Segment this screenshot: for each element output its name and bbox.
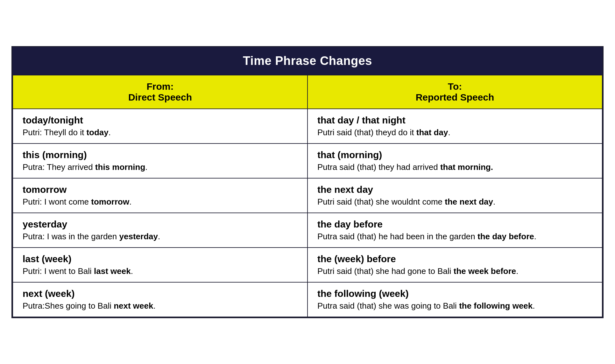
header-col2-line2: Reported Speech [416, 92, 494, 102]
cell-from-3: yesterdayPutra: I was in the garden yest… [13, 213, 308, 248]
cell-to-4: the (week) beforePutri said (that) she h… [308, 248, 602, 282]
table-row: next (week)Putra:Shes going to Bali next… [13, 282, 602, 317]
to-title-2: the next day [317, 184, 592, 195]
to-example-1: Putra said (that) they had arrived that … [317, 162, 493, 172]
cell-to-2: the next dayPutri said (that) she wouldn… [308, 178, 602, 213]
table-row: yesterdayPutra: I was in the garden yest… [13, 213, 602, 248]
to-title-4: the (week) before [317, 254, 592, 264]
table-row: tomorrowPutri: I wont come tomorrow.the … [13, 178, 602, 213]
table-row: this (morning)Putra: They arrived this m… [13, 144, 602, 178]
cell-from-4: last (week)Putri: I went to Bali last we… [13, 248, 308, 282]
to-title-3: the day before [317, 219, 592, 230]
header-col1-line2: Direct Speech [128, 92, 192, 102]
from-example-0: Putri: Theyll do it today. [23, 128, 111, 137]
from-title-3: yesterday [23, 219, 298, 230]
cell-to-3: the day beforePutra said (that) he had b… [308, 213, 602, 248]
table-body: today/tonightPutri: Theyll do it today.t… [13, 109, 602, 317]
main-container: Time Phrase Changes From: Direct Speech … [11, 46, 604, 318]
header-col2-line1: To: [448, 81, 462, 92]
from-title-1: this (morning) [23, 150, 298, 160]
table-row: last (week)Putri: I went to Bali last we… [13, 248, 602, 282]
from-example-2: Putri: I wont come tomorrow. [23, 197, 131, 206]
to-title-1: that (morning) [317, 150, 592, 160]
header-col2: To: Reported Speech [308, 75, 602, 109]
header-col1-line1: From: [147, 81, 174, 92]
from-example-5: Putra:Shes going to Bali next week. [23, 301, 156, 311]
cell-from-5: next (week)Putra:Shes going to Bali next… [13, 282, 308, 317]
to-example-5: Putra said (that) she was going to Bali … [317, 301, 535, 311]
to-title-5: the following (week) [317, 288, 592, 299]
header-col1: From: Direct Speech [13, 75, 308, 109]
cell-from-2: tomorrowPutri: I wont come tomorrow. [13, 178, 308, 213]
cell-to-5: the following (week)Putra said (that) sh… [308, 282, 602, 317]
page-title: Time Phrase Changes [12, 47, 603, 75]
from-example-3: Putra: I was in the garden yesterday. [23, 232, 160, 241]
from-example-4: Putri: I went to Bali last week. [23, 266, 133, 276]
from-example-1: Putra: They arrived this morning. [23, 162, 148, 172]
table-header-row: From: Direct Speech To: Reported Speech [13, 75, 602, 109]
from-title-0: today/tonight [23, 115, 298, 126]
to-example-0: Putri said (that) theyd do it that day. [317, 128, 450, 137]
from-title-2: tomorrow [23, 184, 298, 195]
phrase-table: From: Direct Speech To: Reported Speech … [12, 75, 603, 317]
to-title-0: that day / that night [317, 115, 592, 126]
cell-to-0: that day / that nightPutri said (that) t… [308, 109, 602, 144]
to-example-3: Putra said (that) he had been in the gar… [317, 232, 536, 241]
table-row: today/tonightPutri: Theyll do it today.t… [13, 109, 602, 144]
to-example-2: Putri said (that) she wouldnt come the n… [317, 197, 495, 206]
cell-to-1: that (morning)Putra said (that) they had… [308, 144, 602, 178]
from-title-5: next (week) [23, 288, 298, 299]
to-example-4: Putri said (that) she had gone to Bali t… [317, 266, 519, 276]
cell-from-1: this (morning)Putra: They arrived this m… [13, 144, 308, 178]
from-title-4: last (week) [23, 254, 298, 264]
cell-from-0: today/tonightPutri: Theyll do it today. [13, 109, 308, 144]
